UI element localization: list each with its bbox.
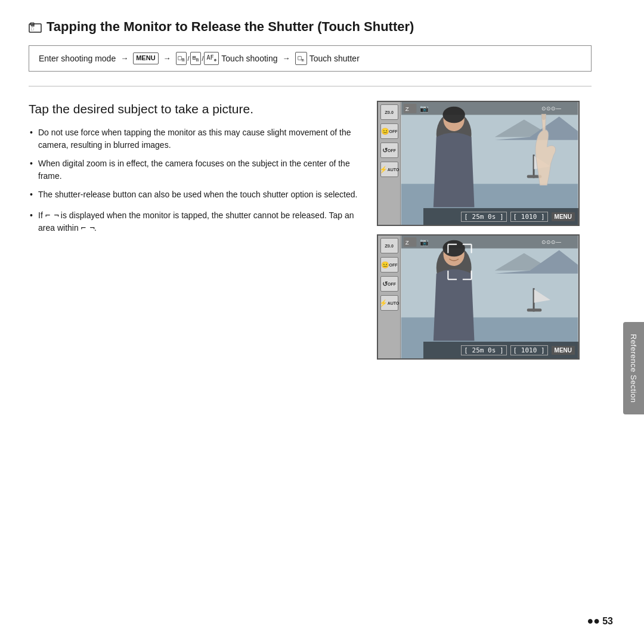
section-heading: Tap the desired subject to take a pictur… bbox=[29, 101, 363, 117]
nav-text-end: Touch shutter bbox=[309, 52, 360, 65]
bullet-list: Do not use force when tapping the monito… bbox=[29, 126, 363, 201]
bullet-item-3: The shutter-release button can also be u… bbox=[29, 188, 363, 201]
cam-scene-1: Z 📷 ⊙⊙⊙— [ 25m 0s ] [ 1010 ] MENU bbox=[401, 102, 578, 225]
cam-timer-1: [ 25m 0s ] bbox=[461, 212, 506, 222]
nav-arrow3: → bbox=[283, 52, 290, 64]
camera-screen-1: Z0.0 😐OFF ↺OFF ⚡AUTO bbox=[377, 101, 580, 226]
nav-arrow1: → bbox=[120, 52, 128, 64]
reference-section-tab: Reference Section bbox=[623, 322, 644, 414]
title-icon: □ bbox=[29, 21, 42, 33]
nav-text-middle: Touch shooting bbox=[221, 52, 277, 65]
cam-counter-2: [ 1010 ] bbox=[510, 345, 548, 355]
svg-text:📷: 📷 bbox=[420, 104, 429, 113]
finger-tap-overlay bbox=[525, 114, 561, 185]
images-col: Z0.0 😐OFF ↺OFF ⚡AUTO bbox=[377, 101, 580, 360]
cam-icon-face-2: 😐OFF bbox=[380, 257, 398, 273]
cam-icon-flash: ⚡AUTO bbox=[380, 162, 398, 177]
cam-bottom-1: [ 25m 0s ] [ 1010 ] MENU bbox=[423, 208, 578, 225]
cam-scene-2: Z 📷 ⊙⊙⊙— [ 2 bbox=[401, 236, 578, 358]
page-content: □ Tapping the Monitor to Release the Shu… bbox=[0, 0, 620, 379]
cam-icon-ev: Z0.0 bbox=[380, 104, 398, 120]
cam-menu-1: MENU bbox=[552, 212, 575, 221]
cam-icon-ev-2: Z0.0 bbox=[380, 238, 398, 253]
main-area: Tap the desired subject to take a pictur… bbox=[29, 101, 592, 360]
nav-arrow2: → bbox=[163, 52, 171, 64]
nav-text-before: Enter shooting mode bbox=[39, 52, 116, 65]
cam-icon-timer-2: ↺OFF bbox=[380, 276, 398, 292]
cam-bottom-2: [ 25m 0s ] [ 1010 ] MENU bbox=[423, 342, 578, 358]
mode-icon-1: □m bbox=[176, 52, 187, 65]
text-col: Tap the desired subject to take a pictur… bbox=[29, 101, 363, 234]
page-title: □ Tapping the Monitor to Release the Shu… bbox=[29, 19, 592, 35]
bracket-icon-1: ⌐ ¬ bbox=[45, 209, 58, 222]
bullet-item-1: Do not use force when tapping the monito… bbox=[29, 126, 363, 151]
divider-top bbox=[29, 86, 592, 86]
nav-box: Enter shooting mode → MENU → □m / ⊞m / A… bbox=[29, 45, 592, 72]
svg-rect-2 bbox=[32, 25, 34, 26]
svg-text:⊙⊙⊙—: ⊙⊙⊙— bbox=[541, 239, 561, 245]
page-number: ●● 53 bbox=[587, 615, 613, 627]
svg-text:Z: Z bbox=[405, 239, 409, 246]
cam-sidebar-1: Z0.0 😐OFF ↺OFF ⚡AUTO bbox=[378, 102, 401, 225]
extra-note: If ⌐ ¬ is displayed when the monitor is … bbox=[29, 209, 363, 234]
nav-touch-icon: □m bbox=[295, 52, 307, 65]
nav-menu-icon: MENU bbox=[133, 52, 158, 64]
mode-icon-3: AF❖ bbox=[204, 52, 219, 65]
cam-counter-1: [ 1010 ] bbox=[510, 212, 548, 222]
camera-screen-2: Z0.0 😐OFF ↺OFF ⚡AUTO bbox=[377, 234, 580, 360]
svg-text:Z: Z bbox=[405, 106, 409, 112]
mode-icon-2: ⊞m bbox=[190, 52, 202, 65]
svg-text:📷: 📷 bbox=[420, 238, 429, 246]
cam-icon-face: 😐OFF bbox=[380, 123, 398, 139]
cam-timer-2: [ 25m 0s ] bbox=[461, 345, 506, 355]
svg-rect-20 bbox=[401, 236, 578, 323]
svg-text:□: □ bbox=[31, 27, 34, 31]
cam-icon-flash-2: ⚡AUTO bbox=[380, 295, 398, 311]
svg-rect-26 bbox=[527, 309, 542, 312]
cam-icon-timer: ↺OFF bbox=[380, 143, 398, 158]
camera-page-icon: ●● bbox=[587, 615, 600, 627]
bullet-item-2: When digital zoom is in effect, the came… bbox=[29, 157, 363, 182]
cam-sidebar-2: Z0.0 😐OFF ↺OFF ⚡AUTO bbox=[378, 236, 401, 358]
cam-menu-2: MENU bbox=[552, 346, 575, 355]
svg-text:⊙⊙⊙—: ⊙⊙⊙— bbox=[541, 106, 561, 112]
bracket-icon-2: ⌐ ¬ bbox=[81, 222, 94, 234]
